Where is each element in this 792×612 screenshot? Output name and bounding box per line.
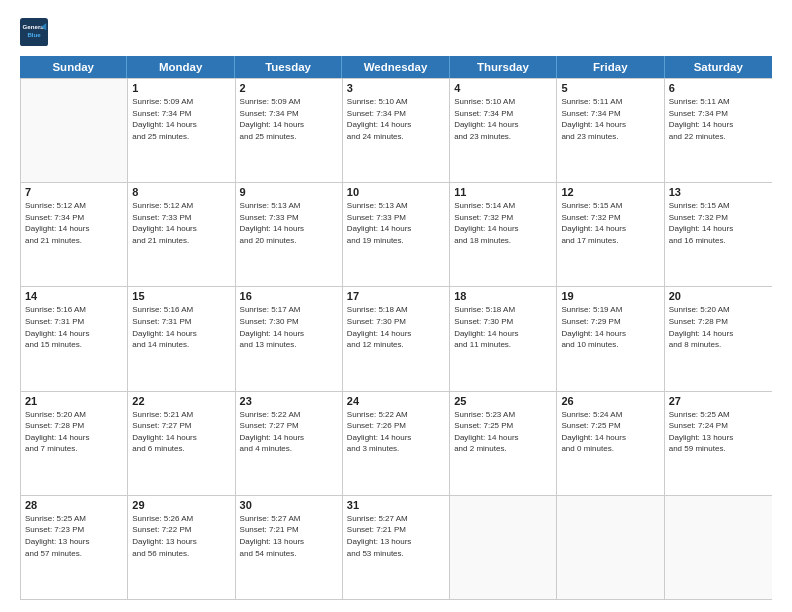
cell-date: 6 [669,82,768,94]
calendar-cell: 11Sunrise: 5:14 AM Sunset: 7:32 PM Dayli… [450,183,557,286]
cell-info: Sunrise: 5:09 AM Sunset: 7:34 PM Dayligh… [132,96,230,142]
cell-info: Sunrise: 5:27 AM Sunset: 7:21 PM Dayligh… [240,513,338,559]
logo: General Blue [20,18,52,46]
cell-date: 3 [347,82,445,94]
calendar-cell [665,496,772,599]
calendar-row-3: 14Sunrise: 5:16 AM Sunset: 7:31 PM Dayli… [21,286,772,390]
cell-date: 28 [25,499,123,511]
cell-date: 4 [454,82,552,94]
weekday-header-monday: Monday [127,56,234,78]
cell-info: Sunrise: 5:15 AM Sunset: 7:32 PM Dayligh… [669,200,768,246]
weekday-header-sunday: Sunday [20,56,127,78]
cell-date: 25 [454,395,552,407]
cell-date: 9 [240,186,338,198]
calendar-cell: 5Sunrise: 5:11 AM Sunset: 7:34 PM Daylig… [557,79,664,182]
cell-date: 17 [347,290,445,302]
weekday-header-saturday: Saturday [665,56,772,78]
calendar-cell: 27Sunrise: 5:25 AM Sunset: 7:24 PM Dayli… [665,392,772,495]
calendar-cell: 25Sunrise: 5:23 AM Sunset: 7:25 PM Dayli… [450,392,557,495]
calendar-cell: 30Sunrise: 5:27 AM Sunset: 7:21 PM Dayli… [236,496,343,599]
calendar-cell: 24Sunrise: 5:22 AM Sunset: 7:26 PM Dayli… [343,392,450,495]
cell-info: Sunrise: 5:16 AM Sunset: 7:31 PM Dayligh… [132,304,230,350]
cell-date: 29 [132,499,230,511]
cell-date: 14 [25,290,123,302]
cell-info: Sunrise: 5:11 AM Sunset: 7:34 PM Dayligh… [669,96,768,142]
calendar-cell: 7Sunrise: 5:12 AM Sunset: 7:34 PM Daylig… [21,183,128,286]
calendar-cell: 12Sunrise: 5:15 AM Sunset: 7:32 PM Dayli… [557,183,664,286]
cell-info: Sunrise: 5:12 AM Sunset: 7:34 PM Dayligh… [25,200,123,246]
cell-date: 13 [669,186,768,198]
cell-info: Sunrise: 5:16 AM Sunset: 7:31 PM Dayligh… [25,304,123,350]
cell-info: Sunrise: 5:25 AM Sunset: 7:24 PM Dayligh… [669,409,768,455]
calendar-cell: 17Sunrise: 5:18 AM Sunset: 7:30 PM Dayli… [343,287,450,390]
calendar-cell: 1Sunrise: 5:09 AM Sunset: 7:34 PM Daylig… [128,79,235,182]
cell-info: Sunrise: 5:24 AM Sunset: 7:25 PM Dayligh… [561,409,659,455]
cell-info: Sunrise: 5:11 AM Sunset: 7:34 PM Dayligh… [561,96,659,142]
cell-info: Sunrise: 5:18 AM Sunset: 7:30 PM Dayligh… [347,304,445,350]
cell-date: 2 [240,82,338,94]
cell-info: Sunrise: 5:18 AM Sunset: 7:30 PM Dayligh… [454,304,552,350]
cell-date: 27 [669,395,768,407]
cell-date: 31 [347,499,445,511]
cell-info: Sunrise: 5:27 AM Sunset: 7:21 PM Dayligh… [347,513,445,559]
cell-info: Sunrise: 5:15 AM Sunset: 7:32 PM Dayligh… [561,200,659,246]
calendar-cell: 9Sunrise: 5:13 AM Sunset: 7:33 PM Daylig… [236,183,343,286]
calendar-body: 1Sunrise: 5:09 AM Sunset: 7:34 PM Daylig… [20,78,772,600]
calendar-cell: 29Sunrise: 5:26 AM Sunset: 7:22 PM Dayli… [128,496,235,599]
calendar: SundayMondayTuesdayWednesdayThursdayFrid… [20,56,772,600]
calendar-cell [450,496,557,599]
calendar-cell [21,79,128,182]
weekday-header-tuesday: Tuesday [235,56,342,78]
cell-date: 8 [132,186,230,198]
calendar-row-4: 21Sunrise: 5:20 AM Sunset: 7:28 PM Dayli… [21,391,772,495]
calendar-cell: 2Sunrise: 5:09 AM Sunset: 7:34 PM Daylig… [236,79,343,182]
calendar-cell: 8Sunrise: 5:12 AM Sunset: 7:33 PM Daylig… [128,183,235,286]
cell-info: Sunrise: 5:23 AM Sunset: 7:25 PM Dayligh… [454,409,552,455]
calendar-cell: 10Sunrise: 5:13 AM Sunset: 7:33 PM Dayli… [343,183,450,286]
calendar-cell: 16Sunrise: 5:17 AM Sunset: 7:30 PM Dayli… [236,287,343,390]
cell-date: 7 [25,186,123,198]
calendar-cell: 31Sunrise: 5:27 AM Sunset: 7:21 PM Dayli… [343,496,450,599]
calendar-cell: 28Sunrise: 5:25 AM Sunset: 7:23 PM Dayli… [21,496,128,599]
cell-info: Sunrise: 5:22 AM Sunset: 7:26 PM Dayligh… [347,409,445,455]
weekday-header-friday: Friday [557,56,664,78]
calendar-cell: 20Sunrise: 5:20 AM Sunset: 7:28 PM Dayli… [665,287,772,390]
cell-date: 21 [25,395,123,407]
header: General Blue [20,18,772,46]
cell-info: Sunrise: 5:12 AM Sunset: 7:33 PM Dayligh… [132,200,230,246]
cell-date: 5 [561,82,659,94]
cell-info: Sunrise: 5:09 AM Sunset: 7:34 PM Dayligh… [240,96,338,142]
cell-info: Sunrise: 5:14 AM Sunset: 7:32 PM Dayligh… [454,200,552,246]
cell-info: Sunrise: 5:20 AM Sunset: 7:28 PM Dayligh… [669,304,768,350]
cell-date: 11 [454,186,552,198]
cell-date: 30 [240,499,338,511]
cell-info: Sunrise: 5:22 AM Sunset: 7:27 PM Dayligh… [240,409,338,455]
cell-info: Sunrise: 5:21 AM Sunset: 7:27 PM Dayligh… [132,409,230,455]
calendar-cell: 3Sunrise: 5:10 AM Sunset: 7:34 PM Daylig… [343,79,450,182]
cell-date: 12 [561,186,659,198]
cell-date: 20 [669,290,768,302]
cell-date: 16 [240,290,338,302]
calendar-cell: 4Sunrise: 5:10 AM Sunset: 7:34 PM Daylig… [450,79,557,182]
calendar-row-2: 7Sunrise: 5:12 AM Sunset: 7:34 PM Daylig… [21,182,772,286]
cell-date: 1 [132,82,230,94]
weekday-header-wednesday: Wednesday [342,56,449,78]
calendar-cell: 13Sunrise: 5:15 AM Sunset: 7:32 PM Dayli… [665,183,772,286]
cell-date: 18 [454,290,552,302]
cell-date: 15 [132,290,230,302]
cell-info: Sunrise: 5:13 AM Sunset: 7:33 PM Dayligh… [347,200,445,246]
cell-info: Sunrise: 5:26 AM Sunset: 7:22 PM Dayligh… [132,513,230,559]
calendar-cell: 26Sunrise: 5:24 AM Sunset: 7:25 PM Dayli… [557,392,664,495]
cell-info: Sunrise: 5:19 AM Sunset: 7:29 PM Dayligh… [561,304,659,350]
cell-date: 22 [132,395,230,407]
calendar-cell: 19Sunrise: 5:19 AM Sunset: 7:29 PM Dayli… [557,287,664,390]
cell-info: Sunrise: 5:20 AM Sunset: 7:28 PM Dayligh… [25,409,123,455]
calendar-cell: 21Sunrise: 5:20 AM Sunset: 7:28 PM Dayli… [21,392,128,495]
calendar-row-1: 1Sunrise: 5:09 AM Sunset: 7:34 PM Daylig… [21,78,772,182]
calendar-cell: 6Sunrise: 5:11 AM Sunset: 7:34 PM Daylig… [665,79,772,182]
calendar-row-5: 28Sunrise: 5:25 AM Sunset: 7:23 PM Dayli… [21,495,772,599]
svg-text:Blue: Blue [27,31,41,38]
weekday-header-thursday: Thursday [450,56,557,78]
cell-date: 19 [561,290,659,302]
calendar-cell: 14Sunrise: 5:16 AM Sunset: 7:31 PM Dayli… [21,287,128,390]
